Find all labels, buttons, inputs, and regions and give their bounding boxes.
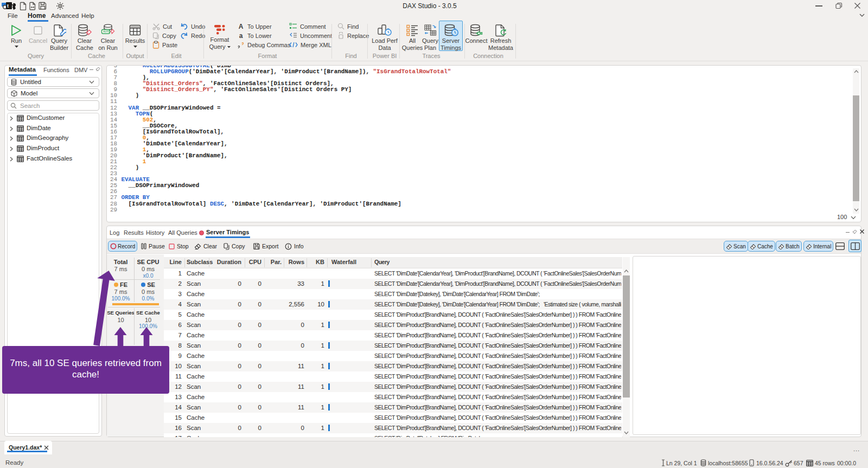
svg-text:AUTO: AUTO (103, 30, 110, 33)
svg-text:t: t (7, 3, 9, 9)
